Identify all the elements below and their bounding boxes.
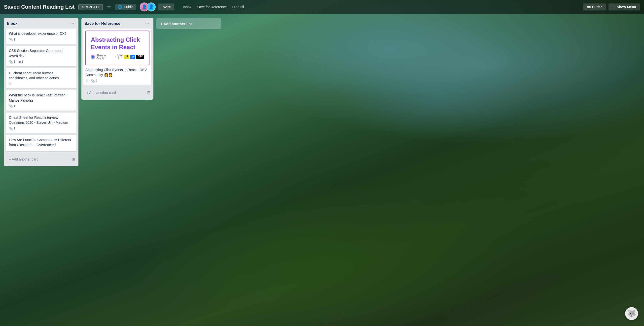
list-inbox-body: What is developer experience or DX? 📎 1 …	[4, 29, 78, 153]
star-button[interactable]: ☆	[105, 3, 113, 11]
card-cheat-sheet[interactable]: Cheat Sheet for React Interview Question…	[6, 113, 76, 133]
butler-label: Butler	[592, 5, 602, 9]
list-inbox-title: Inbox	[7, 21, 18, 26]
show-menu-button[interactable]: ··· Show Menu	[608, 4, 640, 11]
show-menu-label: Show Menu	[617, 5, 636, 9]
paperclip-icon-3: 📎	[9, 104, 13, 108]
avatar-2[interactable]: 👤	[147, 3, 156, 12]
author-avatar: 👤	[91, 55, 95, 59]
list-save-for-reference: Save for Reference ··· Abstracting Click…	[82, 18, 154, 100]
card-abstracting-click-title: Abstracting Click Events in React - DEV …	[86, 67, 150, 78]
card-template-icon-2[interactable]: ⊟	[146, 89, 152, 96]
card-dx-attachments: 📎 1	[9, 38, 16, 41]
card-react-refresh-attachment-count: 1	[14, 105, 16, 108]
snowflake-badge: ❄	[130, 55, 135, 59]
list-sfr-body: Abstracting Click Events in React 👤 Shan…	[82, 29, 154, 87]
list-inbox-menu-button[interactable]: ···	[69, 20, 76, 27]
card-sfr1-description: ☰	[86, 79, 88, 83]
author-name: Shannon Crabill	[96, 54, 114, 60]
card-thumbnail-footer: 👤 Shannon Crabill • May 2 JS ❄ DEV	[91, 54, 144, 60]
visibility-label: Public	[124, 5, 133, 9]
card-abstracting-click-meta: ☰ 📎 2	[86, 79, 150, 83]
card-sfr1-attachment-count: 2	[96, 79, 97, 83]
card-dx[interactable]: What is developer experience or DX? 📎 1	[6, 29, 76, 44]
bottom-avatar[interactable]: 🐺	[625, 307, 638, 320]
card-ui-description: ☰	[9, 82, 12, 86]
card-css-meta: 📎 1 ▣ 1	[9, 60, 74, 64]
butler-button[interactable]: 🍽 Butler	[583, 4, 606, 11]
list-inbox: Inbox ··· What is developer experience o…	[4, 18, 78, 166]
card-cheat-sheet-meta: 📎 1	[9, 127, 74, 130]
save-for-reference-link[interactable]: Save for Reference	[196, 4, 228, 10]
butler-icon: 🍽	[587, 5, 590, 9]
list-inbox-footer: + Add another card ⊟	[4, 153, 78, 166]
card-dx-meta: 📎 1	[9, 38, 74, 41]
paperclip-icon-5: 📎	[91, 79, 95, 83]
globe-icon: 🌐	[118, 5, 122, 9]
add-list-button[interactable]: + Add another list	[156, 18, 221, 29]
card-thumbnail-inner: Abstracting Click Events in React 👤 Shan…	[86, 32, 149, 64]
checklist-icon: ▣	[18, 60, 21, 64]
header: Saved Content Reading List TEMPLATE ☆ 🌐 …	[0, 0, 644, 14]
card-css-attachments: 📎 1	[9, 60, 16, 64]
card-thumbnail-title: Abstracting Click Events in React	[91, 36, 144, 51]
paperclip-icon-2: 📎	[9, 60, 13, 64]
list-sfr-footer: + Add another card ⊟	[82, 87, 154, 100]
card-css-checklist-count: 1	[22, 60, 23, 63]
card-react-refresh-meta: 📎 1	[9, 104, 74, 108]
card-css-checklist: ▣ 1	[18, 60, 23, 64]
board-title: Saved Content Reading List	[4, 4, 74, 10]
card-cheat-sheet-attachment-count: 1	[14, 127, 16, 130]
thumbnail-date: May 2	[118, 54, 124, 60]
template-badge[interactable]: TEMPLATE	[78, 4, 103, 10]
paperclip-icon: 📎	[9, 38, 13, 41]
paperclip-icon-4: 📎	[9, 127, 13, 130]
inbox-link[interactable]: Inbox	[182, 4, 193, 10]
card-react-refresh-attachments: 📎 1	[9, 104, 16, 108]
list-sfr-menu-button[interactable]: ···	[144, 20, 150, 27]
card-ui-title: UI cheat sheet: radio buttons, checkboxe…	[9, 71, 74, 81]
description-icon: ☰	[9, 82, 12, 86]
board: Inbox ··· What is developer experience o…	[0, 14, 644, 326]
card-ui[interactable]: UI cheat sheet: radio buttons, checkboxe…	[6, 68, 76, 89]
card-dx-attachment-count: 1	[14, 38, 16, 41]
hide-all-link[interactable]: Hide all	[231, 4, 245, 10]
add-card-inbox-button[interactable]: + Add another card	[6, 155, 71, 163]
card-abstracting-click[interactable]: Abstracting Click Events in React 👤 Shan…	[84, 29, 152, 85]
card-react-refresh[interactable]: What the heck is React Fast Refresh | Ma…	[6, 90, 76, 111]
divider	[178, 4, 178, 10]
card-cheat-sheet-title: Cheat Sheet for React Interview Question…	[9, 115, 74, 125]
description-icon-2: ☰	[86, 79, 88, 83]
list-sfr-header: Save for Reference ···	[82, 18, 154, 29]
card-css-attachment-count: 1	[14, 60, 16, 63]
card-dx-title: What is developer experience or DX?	[9, 31, 74, 36]
author-separator: •	[115, 55, 116, 58]
card-ui-meta: ☰	[9, 82, 74, 86]
card-function-components[interactable]: How Are Function Components Different fr…	[6, 135, 76, 152]
visibility-button[interactable]: 🌐 Public	[115, 4, 136, 10]
member-avatars: 👤 👤	[140, 3, 156, 12]
add-card-sfr-button[interactable]: + Add another card	[84, 89, 146, 97]
card-template-icon[interactable]: ⊟	[71, 156, 76, 163]
card-thumbnail-author: 👤 Shannon Crabill • May 2	[91, 54, 124, 60]
card-thumbnail-badges: JS ❄ DEV	[124, 55, 144, 59]
dev-badge: DEV	[136, 55, 144, 59]
card-function-components-title: How Are Function Components Different fr…	[9, 137, 74, 148]
card-sfr1-attachments: 📎 2	[91, 79, 97, 83]
card-cheat-sheet-attachments: 📎 1	[9, 127, 16, 130]
list-inbox-header: Inbox ···	[4, 18, 78, 29]
menu-dots-icon: ···	[612, 5, 616, 9]
card-css-title: CSS Section Separator Generator | wweb.d…	[9, 48, 74, 58]
list-sfr-title: Save for Reference	[84, 21, 120, 26]
card-css[interactable]: CSS Section Separator Generator | wweb.d…	[6, 46, 76, 66]
card-react-refresh-title: What the heck is React Fast Refresh | Ma…	[9, 93, 74, 103]
invite-button[interactable]: Invite	[158, 4, 174, 11]
js-badge: JS	[124, 55, 129, 59]
card-thumbnail: Abstracting Click Events in React 👤 Shan…	[86, 31, 150, 65]
